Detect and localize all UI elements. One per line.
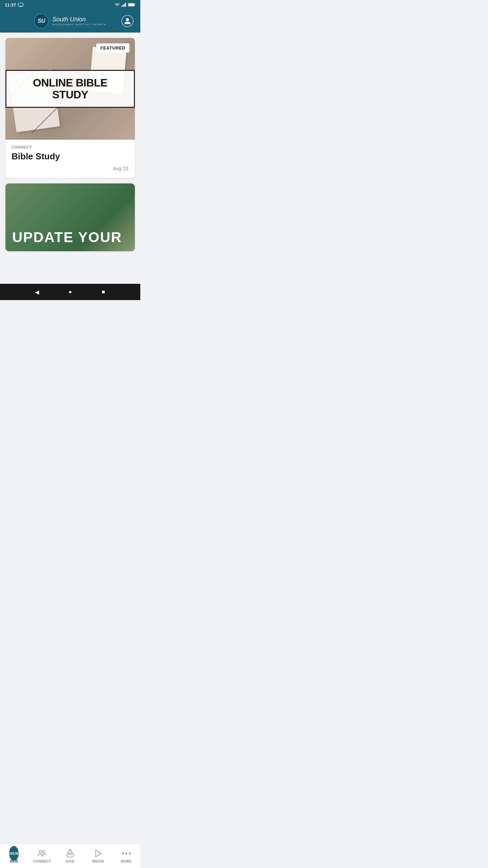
bible-study-box: ONLINE BIBLE STUDY [5,70,135,108]
svg-rect-1 [20,6,22,7]
home-button[interactable]: ● [67,289,74,295]
logo-circle: SU [34,14,49,28]
android-nav-bar: ◀ ● ■ [0,284,140,300]
svg-point-10 [126,18,129,21]
update-text: UPDATE YOUR [5,223,135,251]
svg-rect-9 [129,4,134,6]
second-card[interactable]: UPDATE YOUR [5,183,135,251]
profile-button[interactable] [121,15,134,27]
status-bar-right [115,3,136,7]
signal-icon [122,3,126,7]
card-category: CONNECT [12,145,129,149]
decorative-line-2 [32,104,61,134]
main-content: ONLINE BIBLE STUDY FEATURED CONNECT Bibl… [0,33,140,284]
back-button[interactable]: ◀ [34,289,40,295]
time-display: 11:37 [5,2,16,7]
card-title: Bible Study [12,151,129,162]
featured-badge: FEATURED [96,43,129,53]
wifi-icon [115,3,120,7]
bible-study-title: ONLINE BIBLE STUDY [14,77,126,101]
logo-text-container: South Union Missionary Baptist Church [52,16,106,26]
logo-initials: SU [38,18,45,24]
featured-card[interactable]: ONLINE BIBLE STUDY FEATURED CONNECT Bibl… [5,38,135,178]
svg-rect-3 [122,5,123,7]
status-bar: 11:37 [0,0,140,9]
battery-icon [128,3,136,7]
svg-rect-0 [18,3,23,6]
logo-subtext: Missionary Baptist Church [52,23,106,26]
status-bar-left: 11:37 [5,2,23,7]
svg-rect-4 [123,5,124,7]
featured-card-body: CONNECT Bible Study Aug '21 [5,140,135,178]
svg-rect-2 [19,7,22,7]
screen-icon [18,3,23,7]
bible-study-background: ONLINE BIBLE STUDY [5,38,135,140]
svg-rect-5 [124,4,125,7]
svg-rect-8 [135,4,135,6]
second-card-image: UPDATE YOUR [5,183,135,251]
recent-button[interactable]: ■ [100,289,107,295]
card-date: Aug '21 [12,166,129,171]
svg-rect-6 [125,3,126,7]
app-header: SU South Union Missionary Baptist Church [0,9,140,33]
header-logo: SU South Union Missionary Baptist Church [34,14,106,28]
logo-name: South Union [52,16,86,23]
featured-card-image: ONLINE BIBLE STUDY FEATURED [5,38,135,140]
